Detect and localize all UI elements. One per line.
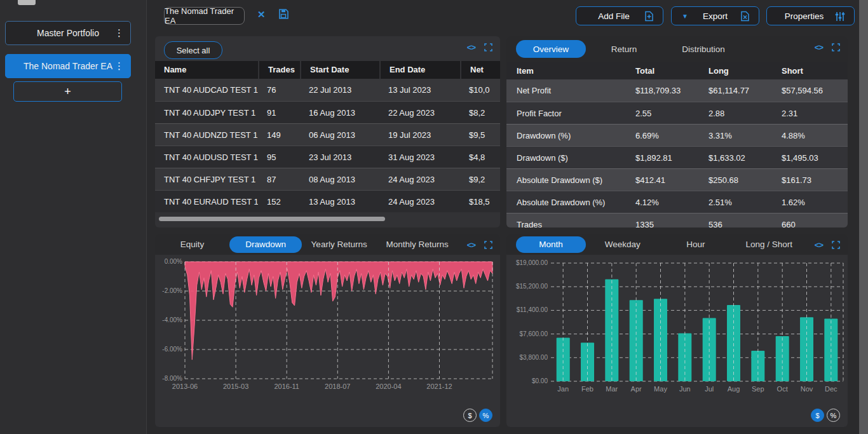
sidebar-item-nomad-trader[interactable]: The Nomad Trader EA ⋮ (5, 54, 131, 78)
svg-text:2015-03: 2015-03 (223, 383, 248, 390)
tab-drawdown[interactable]: Drawdown (229, 236, 302, 253)
embed-code-icon[interactable]: <> (467, 43, 475, 52)
kebab-menu-icon[interactable]: ⋮ (114, 60, 124, 72)
files-table: Name Trades Start Date End Date Net TNT … (155, 61, 500, 212)
table-cell: 19 Jul 2023 (379, 130, 460, 140)
table-cell: 95 (258, 153, 300, 162)
table-row[interactable]: Absolute Drawdown ($)$412.41$250.68$161.… (506, 168, 848, 191)
col-end-date[interactable]: End Date (379, 61, 460, 79)
window-scrollbar[interactable] (859, 0, 868, 434)
svg-text:Nov: Nov (801, 385, 813, 393)
table-row[interactable]: Net Profit$118,709.33$61,114.77$57,594.5… (506, 79, 848, 102)
table-cell: TNT 40 AUDNZD TEST 1 (155, 130, 258, 140)
close-icon[interactable]: ✕ (257, 9, 266, 20)
document-tab[interactable]: The Nomad Trader EA (164, 7, 245, 25)
table-cell: 31 Aug 2023 (379, 153, 460, 162)
col-long[interactable]: Long (698, 66, 771, 76)
table-cell: 87 (258, 175, 300, 184)
tab-hour[interactable]: Hour (659, 240, 732, 249)
table-cell: $250.68 (698, 175, 771, 185)
embed-code-icon[interactable]: <> (467, 240, 475, 250)
fullscreen-icon[interactable] (832, 241, 840, 249)
tab-distribution[interactable]: Distribution (662, 44, 745, 54)
table-row[interactable]: TNT 40 EURAUD TEST 115213 Aug 201324 Aug… (155, 190, 500, 212)
col-item[interactable]: Item (506, 66, 625, 76)
table-cell: $18,5 (460, 197, 500, 207)
tab-long-short[interactable]: Long / Short (733, 240, 806, 249)
table-cell: 2.31 (771, 109, 848, 118)
table-cell: 23 Jul 2013 (300, 153, 379, 162)
table-cell: 22 Aug 2023 (379, 108, 460, 118)
stats-table: Item Total Long Short Net Profit$118,709… (506, 62, 848, 227)
tab-monthly-returns[interactable]: Monthly Returns (376, 240, 458, 249)
add-file-button[interactable]: Add File (576, 6, 663, 25)
table-row[interactable]: TNT 40 AUDCAD TEST 17622 Jul 201313 Jul … (155, 79, 500, 101)
table-cell: 08 Aug 2013 (300, 175, 379, 184)
tab-weekday[interactable]: Weekday (586, 240, 659, 249)
stats-table-header: Item Total Long Short (506, 62, 848, 79)
table-row[interactable]: Profit Factor2.552.882.31 (506, 102, 848, 124)
svg-text:-8.00%: -8.00% (162, 375, 182, 382)
table-cell: 4.12% (625, 198, 698, 207)
svg-text:Dec: Dec (825, 385, 837, 393)
embed-code-icon[interactable]: <> (815, 240, 823, 250)
save-icon[interactable] (278, 8, 289, 22)
table-cell: 16 Aug 2013 (300, 108, 379, 118)
tab-overview[interactable]: Overview (516, 40, 586, 58)
fullscreen-icon[interactable] (484, 43, 492, 51)
properties-button[interactable]: Properties (766, 6, 855, 25)
add-portfolio-button[interactable]: + (13, 81, 122, 102)
table-row[interactable]: Absolute Drawdown (%)4.12%2.51%1.62% (506, 191, 848, 213)
col-start-date[interactable]: Start Date (300, 61, 379, 79)
table-cell: 660 (771, 220, 848, 228)
select-all-button[interactable]: Select all (164, 41, 222, 59)
col-name[interactable]: Name (155, 61, 258, 79)
table-row[interactable]: Trades1335536660 (506, 213, 848, 227)
export-dropdown-icon[interactable]: ▼ (682, 13, 688, 20)
svg-text:2018-07: 2018-07 (325, 383, 350, 390)
col-net[interactable]: Net (460, 61, 500, 79)
fullscreen-icon[interactable] (484, 241, 492, 249)
col-short[interactable]: Short (771, 66, 848, 76)
sidebar-item-label: The Nomad Trader EA (24, 61, 112, 71)
kebab-menu-icon[interactable]: ⋮ (114, 27, 124, 39)
sidebar-item-master-portfolio[interactable]: Master Portfolio ⋮ (5, 21, 131, 45)
files-panel: Select all <> Name Trades Start Date End… (155, 36, 500, 227)
svg-text:Feb: Feb (581, 385, 593, 393)
drawdown-chart: 0.00%-2.00%-4.00%-6.00%-8.00%2013-062015… (159, 257, 496, 407)
tab-return[interactable]: Return (586, 44, 662, 54)
embed-code-icon[interactable]: <> (815, 43, 823, 52)
svg-text:-2.00%: -2.00% (162, 287, 182, 294)
table-row[interactable]: Drawdown (%)6.69%3.31%4.88% (506, 124, 848, 146)
table-row[interactable]: TNT 40 AUDJPY TEST 19116 Aug 201322 Aug … (155, 101, 500, 123)
svg-text:2020-04: 2020-04 (376, 383, 401, 390)
table-cell: $57,594.56 (771, 86, 848, 95)
export-button[interactable]: ▼ Export (671, 6, 759, 25)
svg-text:2013-06: 2013-06 (172, 383, 198, 390)
dollar-toggle[interactable]: $ (811, 409, 824, 422)
fullscreen-icon[interactable] (832, 43, 840, 51)
percent-toggle[interactable]: % (827, 409, 840, 422)
col-trades[interactable]: Trades (258, 61, 300, 79)
table-cell: Drawdown ($) (506, 153, 625, 163)
svg-text:$3,800.00: $3,800.00 (520, 354, 548, 361)
dollar-toggle[interactable]: $ (463, 409, 477, 422)
table-cell: 1.62% (771, 198, 848, 207)
table-cell: $161.73 (771, 175, 848, 185)
tab-month[interactable]: Month (516, 236, 586, 253)
menu-icon[interactable] (18, 0, 36, 5)
svg-text:Jun: Jun (679, 385, 691, 393)
table-row[interactable]: TNT 40 AUDNZD TEST 114906 Aug 201319 Jul… (155, 123, 500, 146)
percent-toggle[interactable]: % (479, 409, 492, 422)
horizontal-scrollbar[interactable] (159, 217, 385, 221)
table-row[interactable]: TNT 40 AUDUSD TEST 19523 Jul 201331 Aug … (155, 146, 500, 168)
tab-equity[interactable]: Equity (155, 240, 229, 249)
col-total[interactable]: Total (625, 66, 698, 76)
svg-text:$19,000.00: $19,000.00 (516, 259, 548, 266)
table-row[interactable]: TNT 40 CHFJPY TEST 18708 Aug 201324 Aug … (155, 168, 500, 190)
table-row[interactable]: Drawdown ($)$1,892.81$1,633.02$1,495.03 (506, 146, 848, 168)
table-cell: 76 (258, 85, 300, 95)
table-cell: 2.88 (698, 109, 771, 118)
table-cell: $4,8 (460, 153, 500, 162)
tab-yearly-returns[interactable]: Yearly Returns (302, 240, 376, 249)
